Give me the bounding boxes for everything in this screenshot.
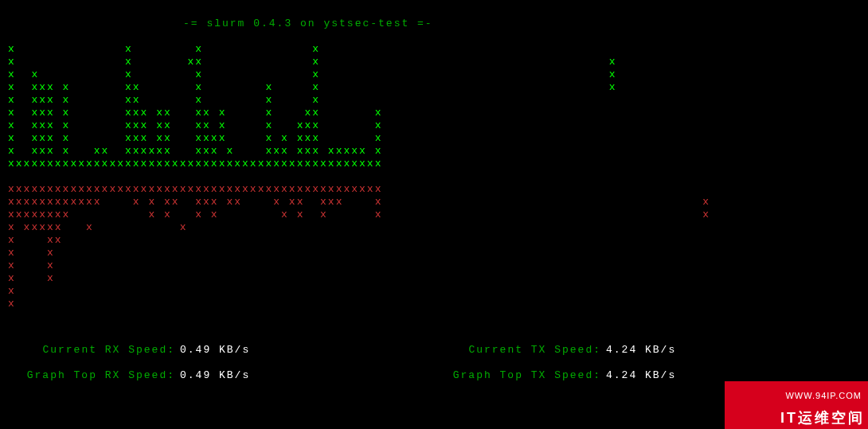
terminal: -= slurm 0.4.3 on ystsec-test =- x x x x… <box>0 0 868 400</box>
tx-row: xxxxxxxxxxxx x x xx xxx xx x xx xxx x x <box>8 196 860 209</box>
rx-row: x xxx x xxx xx xx x x xxx x <box>8 119 860 132</box>
watermark-text: IT运维空间 <box>780 411 865 424</box>
tx-row: x <box>8 285 860 298</box>
rx-row: x xxx x xxx xx xx x x xx x <box>8 107 860 119</box>
rx-row: x x x x <box>8 43 860 56</box>
tx-row: x xx <box>8 234 860 247</box>
rx-row: xxxxxxxxxxxxxxxxxxxxxxxxxxxxxxxxxxxxxxxx… <box>8 158 860 170</box>
tx-row: x <box>8 298 860 310</box>
tx-current-label: Current TX Speed: <box>434 344 601 357</box>
rx-top-value: 0.49 KB/s <box>175 369 250 382</box>
tx-row: x xxxxx x x <box>8 221 860 234</box>
rx-row: x x xx x x <box>8 56 860 68</box>
rx-row: x xxx x xx x x x <box>8 94 860 107</box>
tx-row: xxxxxxxx x x x x x x x x x <box>8 209 860 221</box>
rx-current-label: Current RX Speed: <box>8 344 175 357</box>
rx-graph: x x x xx x xx x xx x x x x xx x <box>8 43 860 170</box>
stats-row-1: Current RX Speed: 0.49 KB/s Current TX S… <box>8 344 860 357</box>
stats-row-2: Graph Top RX Speed: 0.49 KB/s Graph Top … <box>8 369 860 382</box>
rx-row: x xxx x xxx xx xxxx x x xxx x <box>8 132 860 145</box>
tx-row: x x <box>8 259 860 272</box>
rx-row: x xxx x xx x x x x <box>8 81 860 94</box>
tx-row: x x <box>8 272 860 285</box>
tx-top-value: 4.24 KB/s <box>601 369 676 382</box>
tx-row: x x <box>8 247 860 259</box>
rx-top-label: Graph Top RX Speed: <box>8 369 175 382</box>
tx-graph: xxxxxxxxxxxxxxxxxxxxxxxxxxxxxxxxxxxxxxxx… <box>8 183 860 310</box>
tx-current-value: 4.24 KB/s <box>601 344 676 357</box>
tx-top-label: Graph Top TX Speed: <box>434 369 601 382</box>
rx-row: x xxx x xx xxxxxx xxx x xxx xxx xxxxx x <box>8 145 860 158</box>
rx-row: x x x x x x <box>8 68 860 81</box>
rx-current-value: 0.49 KB/s <box>175 344 250 357</box>
app-header: -= slurm 0.4.3 on ystsec-test =- <box>8 18 860 30</box>
tx-row: xxxxxxxxxxxxxxxxxxxxxxxxxxxxxxxxxxxxxxxx… <box>8 183 860 196</box>
